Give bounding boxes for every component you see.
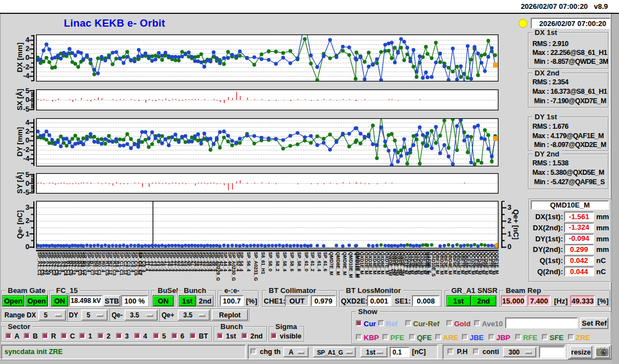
svg-text:SP_58_6: SP_58_6 (289, 252, 295, 271)
svg-text:SP_61_0: SP_61_0 (304, 252, 309, 271)
svg-text:SP_A0231_G: SP_A0231_G (253, 252, 259, 281)
svg-text:QMD8E_M: QMD8E_M (335, 252, 341, 275)
svg-text:QMD10E_M: QMD10E_M (348, 252, 354, 278)
svg-text:SP_61_6: SP_61_6 (323, 252, 328, 271)
svg-text:S8_61_H1: S8_61_H1 (260, 252, 266, 274)
svg-text:SP_58_8: SP_58_8 (296, 252, 302, 271)
svg-text:SP_58_4: SP_58_4 (282, 252, 288, 271)
svg-text:QDF1E_M: QDF1E_M (494, 252, 500, 274)
svg-text:SP_61_2: SP_61_2 (310, 252, 315, 271)
svg-text:SP_58_2: SP_58_2 (275, 252, 280, 271)
svg-text:SP_54_4: SP_54_4 (239, 252, 244, 271)
svg-text:SP_61_4: SP_61_4 (316, 252, 322, 271)
svg-text:QMD7E_M: QMD7E_M (329, 252, 334, 275)
svg-text:SP_58_0: SP_58_0 (268, 252, 273, 271)
svg-text:QMD9E_M: QMD9E_M (342, 252, 348, 275)
svg-text:SP_56_4: SP_56_4 (246, 252, 251, 271)
